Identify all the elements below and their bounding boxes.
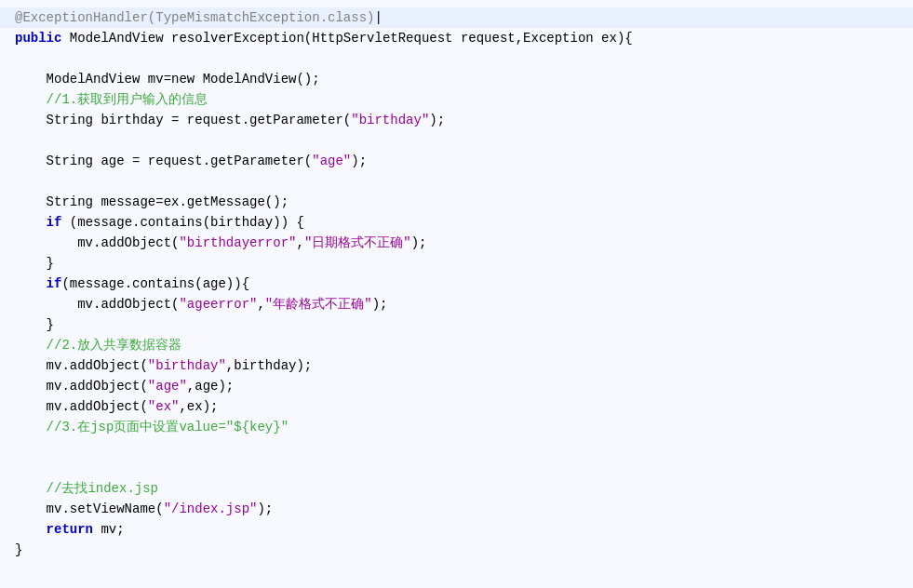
code-token: ); xyxy=(351,154,367,168)
code-token: ); xyxy=(429,113,445,127)
code-token: String birthday = request.getParameter( xyxy=(15,113,351,127)
code-token: "age" xyxy=(312,154,351,168)
code-token: mv.setViewName( xyxy=(15,501,164,516)
code-line: String age = request.getParameter("age")… xyxy=(0,151,913,171)
code-token: } xyxy=(15,256,54,271)
code-token: } xyxy=(15,317,54,332)
code-token: ); xyxy=(257,501,273,516)
code-line: mv.addObject("ageerror","年龄格式不正确"); xyxy=(0,294,913,314)
code-token: mv.addObject( xyxy=(15,358,148,373)
code-token: if xyxy=(15,276,61,291)
code-line: //2.放入共享数据容器 xyxy=(0,335,913,355)
code-line: String message=ex.getMessage(); xyxy=(0,192,913,212)
code-line: } xyxy=(0,540,913,560)
code-line: if(message.contains(age)){ xyxy=(0,274,913,294)
code-token: mv.addObject( xyxy=(15,235,179,250)
code-token: if xyxy=(15,215,61,230)
code-token: String message=ex.getMessage(); xyxy=(15,194,289,209)
code-token: //去找index.jsp xyxy=(15,481,158,496)
code-token: | xyxy=(374,10,382,25)
code-line: } xyxy=(0,314,913,335)
code-token: "birthdayerror" xyxy=(179,235,296,250)
code-token: "birthday" xyxy=(148,358,226,373)
code-token: (message.contains(age)){ xyxy=(61,276,249,291)
code-line xyxy=(0,171,913,192)
code-line: mv.addObject("age",age); xyxy=(0,376,913,396)
code-line: } xyxy=(0,253,913,274)
code-line: mv.addObject("birthdayerror","日期格式不正确"); xyxy=(0,233,913,253)
code-token: ,birthday); xyxy=(226,358,312,373)
code-token: mv.addObject( xyxy=(15,297,179,312)
code-token: "年龄格式不正确" xyxy=(265,297,372,312)
code-token: mv.addObject( xyxy=(15,379,148,394)
code-line: public ModelAndView resolverException(Ht… xyxy=(0,28,913,48)
code-token: ,age); xyxy=(187,379,234,394)
code-line: @ExceptionHandler(TypeMismatchException.… xyxy=(0,7,913,28)
code-content: @ExceptionHandler(TypeMismatchException.… xyxy=(0,0,913,568)
code-line: //去找index.jsp xyxy=(0,478,913,499)
code-token: , xyxy=(257,297,264,312)
code-token: ); xyxy=(411,235,427,250)
code-token: mv; xyxy=(93,522,125,537)
code-line xyxy=(0,437,913,458)
code-token: "ex" xyxy=(148,399,180,414)
code-token: ModelAndView mv=new ModelAndView(); xyxy=(15,72,320,87)
code-token: //1.获取到用户输入的信息 xyxy=(15,92,208,107)
code-token: //3.在jsp页面中设置value="${key}" xyxy=(15,420,289,434)
code-token: (message.contains(birthday)) { xyxy=(61,215,303,230)
code-token: "birthday" xyxy=(351,113,429,127)
code-line: //1.获取到用户输入的信息 xyxy=(0,89,913,110)
code-token: public xyxy=(15,31,61,46)
code-token: "ageerror" xyxy=(179,297,257,312)
code-token: //2.放入共享数据容器 xyxy=(15,338,181,353)
code-line xyxy=(0,458,913,478)
code-line: return mv; xyxy=(0,519,913,540)
code-token: "/index.jsp" xyxy=(164,501,258,516)
code-token: ,ex); xyxy=(179,399,218,414)
code-token: } xyxy=(15,542,22,557)
code-line: if (message.contains(birthday)) { xyxy=(0,212,913,233)
code-token: ModelAndView resolverException(HttpServl… xyxy=(61,31,632,46)
code-token: @ExceptionHandler(TypeMismatchException.… xyxy=(15,10,374,25)
code-token: "age" xyxy=(148,379,187,394)
code-line xyxy=(0,130,913,151)
code-editor: @ExceptionHandler(TypeMismatchException.… xyxy=(0,0,913,588)
code-token: ); xyxy=(372,297,388,312)
code-token: mv.addObject( xyxy=(15,399,148,414)
code-token: , xyxy=(296,235,303,250)
code-line: ModelAndView mv=new ModelAndView(); xyxy=(0,69,913,89)
code-line xyxy=(0,48,913,69)
code-token: "日期格式不正确" xyxy=(304,235,411,250)
code-token: return xyxy=(15,522,93,537)
code-line: String birthday = request.getParameter("… xyxy=(0,110,913,130)
code-token: String age = request.getParameter( xyxy=(15,154,312,168)
code-line: mv.addObject("ex",ex); xyxy=(0,396,913,417)
code-line: //3.在jsp页面中设置value="${key}" xyxy=(0,417,913,437)
code-line: mv.setViewName("/index.jsp"); xyxy=(0,499,913,519)
code-line: mv.addObject("birthday",birthday); xyxy=(0,355,913,376)
